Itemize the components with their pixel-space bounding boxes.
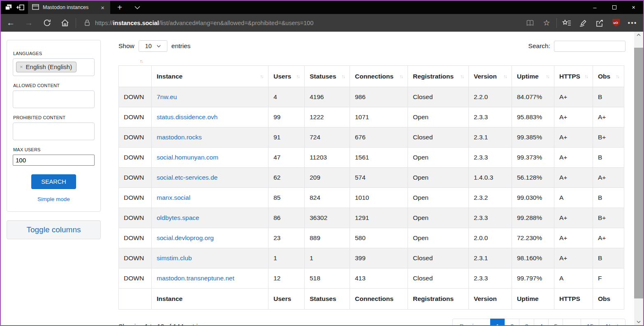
prohibited-content-label: PROHIBITED CONTENT xyxy=(13,115,95,120)
sort-icon: ↑↓ xyxy=(546,74,549,79)
ublock-extension-icon[interactable]: uO xyxy=(608,14,624,32)
pagination-previous[interactable]: Previous xyxy=(452,319,490,325)
filter-card: LANGUAGES ×English (English) ALLOWED CON… xyxy=(7,40,101,212)
status-cell: DOWN xyxy=(119,107,152,127)
pagination-page-4[interactable]: 4 xyxy=(534,319,549,325)
col-header-https[interactable]: HTTPS↑↓ xyxy=(554,66,593,87)
browser-window: Mastodon instances × + – × ← → https://i… xyxy=(0,0,644,326)
status-cell: DOWN xyxy=(119,228,152,248)
pagination-page-3[interactable]: 3 xyxy=(519,319,534,325)
pagination-page-2[interactable]: 2 xyxy=(505,319,519,325)
table-row: DOWNmastodon.rocks91724676Closed2.3.199.… xyxy=(119,127,624,148)
new-tab-button[interactable]: + xyxy=(110,1,129,14)
table-row: DOWNstatus.dissidence.ovh9912221071Open2… xyxy=(119,107,624,127)
max-users-label: MAX USERS xyxy=(13,147,95,152)
share-icon[interactable] xyxy=(591,14,608,32)
tab-actions xyxy=(1,1,28,14)
filters-sidebar: LANGUAGES ×English (English) ALLOWED CON… xyxy=(7,40,101,239)
close-window-button[interactable]: × xyxy=(624,1,643,14)
instance-link[interactable]: oldbytes.space xyxy=(157,214,199,221)
col-header-statuses[interactable]: Statuses↑↓ xyxy=(305,66,350,87)
instances-main: Show 10 entries Search: ↑↓ xyxy=(118,32,625,325)
instance-link[interactable]: 7nw.eu xyxy=(157,93,177,100)
col-header-version[interactable]: Version↑↓ xyxy=(469,66,512,87)
web-note-pen-icon[interactable] xyxy=(575,14,591,32)
page-size-value: 10 xyxy=(145,43,152,49)
footer-header-row: Instance Users Statuses Connections Regi… xyxy=(119,289,624,310)
url-path: /list/advanced#lang=en&allowed=&prohibit… xyxy=(159,20,314,26)
tab-preview-chevron-icon[interactable] xyxy=(129,1,146,14)
table-search: Search: xyxy=(528,41,625,52)
sort-icon: ↑↓ xyxy=(297,74,300,79)
tab-close-icon[interactable]: × xyxy=(99,4,106,11)
add-favorite-star-icon[interactable]: ☆ xyxy=(538,14,555,32)
pagination-page-5[interactable]: 5 xyxy=(548,319,563,325)
url-scheme: https:// xyxy=(95,20,113,26)
home-icon[interactable] xyxy=(56,14,74,32)
instance-link[interactable]: manx.social xyxy=(157,194,190,201)
status-sort-icon[interactable]: ↑↓ xyxy=(140,59,143,64)
scrollbar-thumb[interactable] xyxy=(634,48,643,298)
instance-link[interactable]: status.dissidence.ovh xyxy=(157,113,218,120)
table-row: DOWN7nw.eu44196986Closed2.2.084.077%A+B xyxy=(119,87,624,107)
instance-link[interactable]: mastodon.rocks xyxy=(157,134,202,141)
instance-link[interactable]: social.etc-services.de xyxy=(157,174,218,181)
table-row: DOWNsimstim.club11399Closed2.3.198.160%A… xyxy=(119,248,624,268)
browser-toolbar: ← → https://instances.social/list/advanc… xyxy=(1,14,643,32)
toolbar-right-icons: ☆ uO ••• xyxy=(522,14,641,32)
vertical-scrollbar[interactable] xyxy=(634,32,643,325)
simple-mode-link[interactable]: Simple mode xyxy=(13,196,95,202)
restore-tabs-icon[interactable] xyxy=(16,3,25,12)
show-label: Show xyxy=(118,42,134,50)
status-cell: DOWN xyxy=(119,268,152,289)
col-header-connections[interactable]: Connections↑↓ xyxy=(350,66,408,87)
prohibited-content-input[interactable] xyxy=(13,123,95,140)
set-tabs-aside-icon[interactable] xyxy=(4,3,13,12)
url-domain: instances.social xyxy=(113,20,159,26)
col-header-users[interactable]: Users↑↓ xyxy=(269,66,305,87)
search-label: Search: xyxy=(528,42,550,50)
pagination-ellipsis: … xyxy=(563,319,581,325)
status-cell: DOWN xyxy=(119,127,152,148)
status-cell: DOWN xyxy=(119,248,152,268)
tab-title: Mastodon instances xyxy=(43,5,95,10)
minimize-button[interactable]: – xyxy=(585,1,605,14)
sort-icon: ↑↓ xyxy=(504,74,507,79)
col-header-instance[interactable]: Instance↑↓ xyxy=(152,66,269,87)
page-size-select[interactable]: 10 xyxy=(139,40,167,52)
scrollbar-track[interactable] xyxy=(634,38,643,319)
col-header-uptime[interactable]: Uptime↑↓ xyxy=(512,66,554,87)
address-bar[interactable]: https://instances.social/list/advanced#l… xyxy=(95,20,522,26)
instance-link[interactable]: simstim.club xyxy=(157,254,192,261)
browser-tab[interactable]: Mastodon instances × xyxy=(28,1,110,14)
scroll-up-icon[interactable] xyxy=(634,32,643,38)
refresh-icon[interactable] xyxy=(38,14,56,32)
col-header-status[interactable] xyxy=(119,66,152,87)
scroll-down-icon[interactable] xyxy=(634,319,643,325)
sort-icon: ↑↓ xyxy=(260,74,264,79)
hub-favorites-icon[interactable] xyxy=(558,14,575,32)
remove-tag-icon[interactable]: × xyxy=(20,64,23,70)
status-cell: DOWN xyxy=(119,168,152,188)
toggle-columns-button[interactable]: Toggle columns xyxy=(7,220,101,239)
languages-label: LANGUAGES xyxy=(13,51,95,56)
back-icon[interactable]: ← xyxy=(2,14,20,32)
languages-input[interactable]: ×English (English) xyxy=(13,58,95,76)
sort-icon: ↑↓ xyxy=(616,74,619,79)
col-header-registrations[interactable]: Registrations↑↓ xyxy=(408,66,469,87)
instance-link[interactable]: mastodon.transneptune.net xyxy=(157,275,234,282)
search-button[interactable]: SEARCH xyxy=(31,174,76,189)
table-search-input[interactable] xyxy=(554,41,625,52)
allowed-content-input[interactable] xyxy=(13,90,95,108)
status-cell: DOWN xyxy=(119,87,152,107)
pagination-page-1[interactable]: 1 xyxy=(490,319,505,325)
pagination-page-15[interactable]: 15 xyxy=(581,319,599,325)
instance-link[interactable]: social.homunyan.com xyxy=(157,154,218,161)
pagination-next[interactable]: Next xyxy=(599,319,625,325)
more-menu-icon[interactable]: ••• xyxy=(624,14,641,32)
col-header-obs[interactable]: Obs↑↓ xyxy=(593,66,624,87)
maximize-button[interactable] xyxy=(605,1,624,14)
instance-link[interactable]: social.devloprog.org xyxy=(157,234,214,241)
status-cell: DOWN xyxy=(119,188,152,208)
max-users-input[interactable] xyxy=(13,155,95,166)
